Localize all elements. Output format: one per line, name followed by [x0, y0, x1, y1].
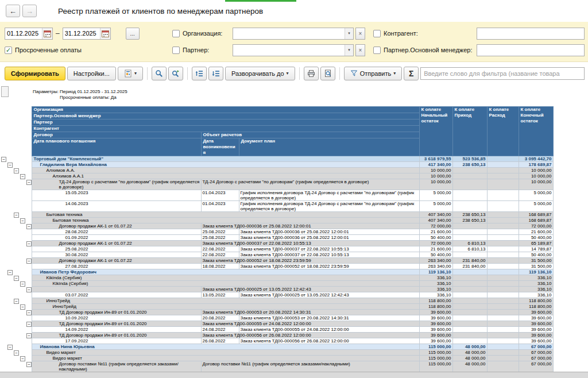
cell-amount[interactable]: 39 600,00 — [519, 327, 553, 333]
cell-date-occurred[interactable]: 26.08.2022 — [201, 338, 239, 344]
cell-amount[interactable]: 115 000,00 — [419, 361, 452, 372]
group-expander[interactable]: − — [26, 259, 32, 264]
cell-plan-date[interactable]: 25.08.2022 — [32, 246, 201, 252]
cell-description[interactable]: ТД Договор продажи Ин-89 от 01.01.2020 — [32, 333, 201, 338]
cell-amount[interactable] — [487, 298, 519, 304]
cell-amount[interactable]: 67 000,00 — [519, 361, 553, 372]
header-organization[interactable]: Организация — [32, 107, 419, 113]
chevron-down-icon[interactable]: ▾ — [345, 28, 353, 39]
cell-amount[interactable]: 39 600,00 — [419, 310, 452, 315]
cell-amount[interactable]: 115 000,00 — [419, 350, 452, 356]
cell-amount[interactable] — [487, 321, 519, 327]
cell-amount[interactable]: 48 000,00 — [452, 361, 487, 372]
cell-amount[interactable]: 118 800,00 — [419, 304, 452, 310]
cell-description[interactable]: Алхимов А.А. — [32, 168, 419, 173]
date-from-input[interactable] — [5, 28, 42, 39]
cell-amount[interactable]: 67 000,00 — [519, 356, 553, 361]
header-partner[interactable]: Партнер — [32, 119, 419, 126]
cell-amount[interactable]: 65 189,87 — [519, 241, 553, 246]
cell-date-occurred[interactable]: 22.08.2022 — [201, 246, 239, 252]
header-contract[interactable]: Договор — [32, 132, 201, 138]
cell-document[interactable]: Заказ клиента ТД00-000053 от 20.08.2022 … — [239, 315, 419, 321]
cell-amount[interactable]: 72 000,00 — [419, 223, 452, 229]
cell-description[interactable]: Договор продажи АК-1 от 01.07.22 — [32, 258, 201, 264]
cell-amount[interactable] — [487, 246, 519, 252]
cell-document[interactable]: Заказ клиента ТД00-000056 от 26.08.2022 … — [239, 338, 419, 344]
cell-amount[interactable]: 50 400,00 — [519, 252, 553, 258]
cell-amount[interactable] — [452, 229, 487, 235]
cell-description[interactable]: Алхимов А.А.1 — [32, 173, 419, 179]
cell-amount[interactable] — [487, 156, 519, 162]
cell-amount[interactable]: 6 810,13 — [452, 241, 487, 246]
cell-amount[interactable]: 48 000,00 — [452, 356, 487, 361]
counterparty-input[interactable] — [477, 28, 585, 40]
cell-date-occurred[interactable]: 01.04.2023 — [201, 190, 239, 201]
collapse-groups-button[interactable] — [192, 67, 207, 80]
cell-amount[interactable] — [487, 173, 519, 179]
cell-date-occurred[interactable]: 22.08.2022 — [201, 252, 239, 258]
cell-amount[interactable]: 39 600,00 — [519, 321, 553, 327]
organization-input[interactable] — [233, 28, 345, 39]
cell-amount[interactable]: 336,10 — [519, 275, 553, 281]
cell-amount[interactable] — [487, 168, 519, 173]
cell-description[interactable]: Договор продажи АК-1 от 01.07.22 — [32, 223, 201, 229]
cell-document[interactable]: Заказ клиента ТД00-000036 от 25.08.2022 … — [201, 223, 419, 229]
cell-amount[interactable]: 39 600,00 — [419, 315, 452, 321]
cell-amount[interactable]: 407 340,00 — [419, 212, 452, 218]
cell-amount[interactable]: 178 689,87 — [519, 162, 553, 168]
cell-amount[interactable]: 67 000,00 — [519, 350, 553, 356]
cell-plan-date[interactable]: 14.06.2023 — [32, 201, 201, 212]
cell-description[interactable]: Видео маркет — [32, 356, 419, 361]
counterparty-checkbox[interactable] — [373, 30, 381, 37]
organization-clear-button[interactable]: × — [355, 28, 365, 40]
cell-plan-date[interactable]: 27.08.2022 — [32, 264, 201, 269]
cell-amount[interactable]: 10 000,00 — [519, 168, 553, 173]
cell-amount[interactable]: 39 600,00 — [419, 327, 452, 333]
cell-amount[interactable]: 336,10 — [519, 287, 553, 292]
cell-amount[interactable]: 336,10 — [419, 275, 452, 281]
cell-amount[interactable]: 39 600,00 — [519, 333, 553, 338]
date-to-input[interactable] — [63, 28, 100, 39]
cell-amount[interactable]: 50 400,00 — [419, 235, 452, 241]
cell-document[interactable]: Заказ клиента ТД00-000037 от 22.08.2022 … — [201, 241, 419, 246]
cell-document[interactable]: Заказ клиента ТД00-000052 от 18.08.2022 … — [239, 264, 419, 269]
group-expander[interactable]: − — [20, 174, 25, 179]
cell-amount[interactable]: 67 000,00 — [519, 344, 553, 350]
group-expander[interactable]: − — [14, 213, 19, 218]
cell-amount[interactable]: 118 800,00 — [419, 298, 452, 304]
cell-amount[interactable] — [487, 344, 519, 350]
cell-amount[interactable] — [487, 275, 519, 281]
cell-amount[interactable]: 5 000,00 — [519, 201, 553, 212]
cell-plan-date[interactable]: 28.08.2022 — [32, 229, 201, 235]
cell-amount[interactable]: 50 400,00 — [419, 252, 452, 258]
header-partner-manager[interactable]: Партнер.Основной менеджер — [32, 113, 419, 119]
cell-date-occurred[interactable]: 20.08.2022 — [201, 315, 239, 321]
cell-amount[interactable] — [487, 356, 519, 361]
cell-amount[interactable]: 21 600,00 — [419, 229, 452, 235]
cell-document[interactable]: Заказ клиента ТД00-000053 от 20.08.2022 … — [201, 310, 419, 315]
cell-amount[interactable] — [452, 287, 487, 292]
cell-amount[interactable] — [452, 327, 487, 333]
organization-checkbox[interactable] — [172, 30, 180, 37]
partner-clear-button[interactable]: × — [355, 44, 365, 56]
search-button[interactable] — [152, 67, 167, 80]
cell-amount[interactable] — [452, 173, 487, 179]
cell-amount[interactable] — [487, 338, 519, 344]
header-occurrence-date[interactable]: Дата возникновения — [201, 138, 239, 156]
cell-amount[interactable] — [452, 179, 487, 190]
cell-amount[interactable] — [452, 333, 487, 338]
cell-amount[interactable] — [452, 310, 487, 315]
cell-amount[interactable]: 118 800,00 — [519, 298, 553, 304]
group-expander[interactable]: − — [26, 322, 32, 327]
cell-amount[interactable] — [487, 281, 519, 287]
cell-amount[interactable] — [487, 223, 519, 229]
cell-amount[interactable]: 39 600,00 — [419, 338, 452, 344]
cell-amount[interactable]: 336,10 — [419, 287, 452, 292]
cell-amount[interactable] — [487, 212, 519, 218]
group-expander[interactable]: − — [20, 356, 25, 361]
cell-amount[interactable]: 10 000,00 — [419, 168, 452, 173]
horizontal-scrollbar[interactable] — [0, 372, 588, 378]
group-expander[interactable]: − — [14, 276, 19, 281]
group-expander[interactable]: − — [26, 287, 32, 292]
cell-document[interactable]: Заказ клиента ТД00-000055 от 24.08.2022 … — [201, 321, 419, 327]
